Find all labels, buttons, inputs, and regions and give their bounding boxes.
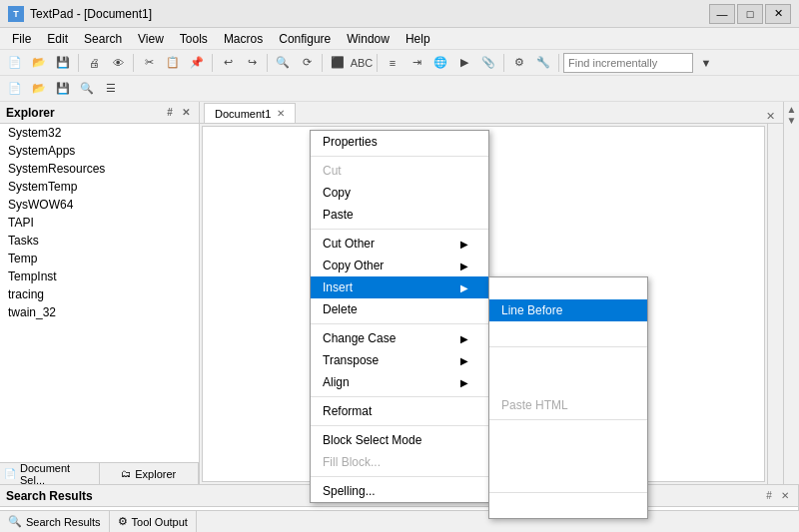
ctx-insert[interactable]: Insert ▶ Line After Line Before Page Bre…: [311, 276, 488, 298]
find-next-button[interactable]: ▼: [695, 52, 717, 74]
explorer-tab[interactable]: 🗂 Explorer: [100, 463, 200, 484]
tree-item[interactable]: SystemResources: [0, 160, 199, 178]
open-button[interactable]: 📂: [28, 52, 50, 74]
menu-help[interactable]: Help: [398, 28, 438, 49]
doc-sel-tab[interactable]: 📄 Document Sel...: [0, 463, 100, 484]
paste-button[interactable]: 📌: [186, 52, 208, 74]
submenu-paste-html-label: Paste HTML: [501, 398, 568, 412]
menu-tools[interactable]: Tools: [172, 28, 216, 49]
tree-item[interactable]: TAPI: [0, 214, 199, 232]
menu-configure[interactable]: Configure: [271, 28, 339, 49]
ctx-transpose-arrow: ▶: [460, 355, 468, 366]
format-button[interactable]: ≡: [382, 52, 403, 74]
menu-view[interactable]: View: [130, 28, 172, 49]
web-button[interactable]: 🌐: [429, 52, 451, 74]
menu-macros[interactable]: Macros: [216, 28, 271, 49]
ctx-reformat[interactable]: Reformat: [311, 400, 488, 422]
tree-item[interactable]: Tasks: [0, 232, 199, 250]
wrap-button[interactable]: ⬛: [327, 52, 349, 74]
submenu-time[interactable]: Time: [489, 496, 647, 518]
title-text: TextPad - [Document1]: [30, 7, 152, 21]
redo-button[interactable]: ↪: [241, 52, 263, 74]
ctx-align-arrow: ▶: [460, 377, 468, 388]
ctx-transpose[interactable]: Transpose ▶: [311, 349, 488, 371]
submenu-paste-lines[interactable]: Paste as Lines: [489, 372, 647, 394]
tool2-button[interactable]: 🔧: [532, 52, 554, 74]
ctx-align[interactable]: Align ▶: [311, 371, 488, 393]
tab-bar-close-button[interactable]: ✕: [762, 110, 779, 123]
ctx-spelling[interactable]: Spelling...: [311, 480, 488, 502]
ctx-delete[interactable]: Delete: [311, 298, 488, 320]
tb2-btn5[interactable]: ☰: [100, 78, 122, 100]
spell-button[interactable]: ABC: [351, 52, 373, 74]
maximize-button[interactable]: □: [737, 4, 763, 24]
ctx-cut-other-arrow: ▶: [460, 239, 468, 250]
print-button[interactable]: 🖨: [83, 52, 105, 74]
minimize-button[interactable]: —: [709, 4, 735, 24]
submenu-paste-block[interactable]: Paste as Block: [489, 350, 647, 372]
results-close-button[interactable]: ✕: [778, 489, 792, 503]
title-bar-controls: — □ ✕: [709, 4, 791, 24]
run-button[interactable]: ▶: [453, 52, 475, 74]
search-icon: 🔍: [8, 515, 22, 528]
preview-button[interactable]: 👁: [107, 52, 129, 74]
clip-button[interactable]: 📎: [477, 52, 499, 74]
close-button[interactable]: ✕: [765, 4, 791, 24]
submenu-page-break[interactable]: Page Break: [489, 321, 647, 343]
tree-item[interactable]: TempInst: [0, 267, 199, 285]
indent-button[interactable]: ⇥: [405, 52, 427, 74]
ctx-block-select[interactable]: Block Select Mode: [311, 429, 488, 451]
menu-file[interactable]: File: [4, 28, 39, 49]
menu-window[interactable]: Window: [339, 28, 398, 49]
save-button[interactable]: 💾: [52, 52, 74, 74]
ctx-change-case[interactable]: Change Case ▶: [311, 327, 488, 349]
results-pin-button[interactable]: #: [762, 489, 776, 503]
tree-item[interactable]: tracing: [0, 285, 199, 303]
sep5: [322, 54, 323, 72]
submenu-files[interactable]: Files...: [489, 467, 647, 489]
tab-tool-output[interactable]: ⚙ Tool Output: [110, 511, 197, 532]
open2-button[interactable]: 📂: [28, 78, 50, 100]
tree-item[interactable]: SysWOW64: [0, 196, 199, 214]
ctx-fill-block-label: Fill Block...: [323, 455, 381, 469]
macro-button[interactable]: ⚙: [508, 52, 530, 74]
submenu-file-name[interactable]: File Name: [489, 445, 647, 467]
save2-button[interactable]: 💾: [52, 78, 74, 100]
app-icon: T: [8, 6, 24, 22]
submenu-paste-block-label: Paste as Block: [501, 354, 580, 368]
submenu-line-before[interactable]: Line Before: [489, 299, 647, 321]
submenu-line-after[interactable]: Line After: [489, 277, 647, 299]
submenu-line-after-label: Line After: [501, 281, 552, 295]
ctx-copy-other[interactable]: Copy Other ▶: [311, 255, 488, 276]
replace-button[interactable]: ⟳: [296, 52, 318, 74]
doc-scrollbar[interactable]: [767, 124, 783, 484]
menu-search[interactable]: Search: [76, 28, 130, 49]
ctx-insert-arrow: ▶: [460, 282, 468, 293]
panel-pin-button[interactable]: #: [163, 106, 177, 120]
tree-item[interactable]: Temp: [0, 250, 199, 267]
submenu-statistics[interactable]: Statistics: [489, 423, 647, 445]
ctx-copy[interactable]: Copy: [311, 182, 488, 204]
ctx-cut-label: Cut: [323, 164, 342, 178]
panel-close-button[interactable]: ✕: [179, 106, 193, 120]
undo-button[interactable]: ↩: [217, 52, 239, 74]
tree-item[interactable]: SystemApps: [0, 142, 199, 160]
tab-search-results[interactable]: 🔍 Search Results: [0, 511, 110, 532]
ctx-paste[interactable]: Paste: [311, 204, 488, 226]
tree-item[interactable]: System32: [0, 124, 199, 142]
tree-item[interactable]: SystemTemp: [0, 178, 199, 196]
sub-sep2: [489, 419, 647, 420]
tree-item[interactable]: twain_32: [0, 303, 199, 321]
doc-tab[interactable]: Document1 ✕: [204, 103, 296, 123]
ctx-cut-other[interactable]: Cut Other ▶: [311, 233, 488, 255]
menu-edit[interactable]: Edit: [39, 28, 76, 49]
search-button[interactable]: 🔍: [272, 52, 294, 74]
search2-button[interactable]: 🔍: [76, 78, 98, 100]
ctx-properties[interactable]: Properties: [311, 131, 488, 153]
copy-button[interactable]: 📋: [162, 52, 184, 74]
find-input[interactable]: [563, 53, 693, 73]
new-button[interactable]: 📄: [4, 52, 26, 74]
cut-button[interactable]: ✂: [138, 52, 160, 74]
doc-tab-close-button[interactable]: ✕: [277, 108, 285, 119]
new2-button[interactable]: 📄: [4, 78, 26, 100]
